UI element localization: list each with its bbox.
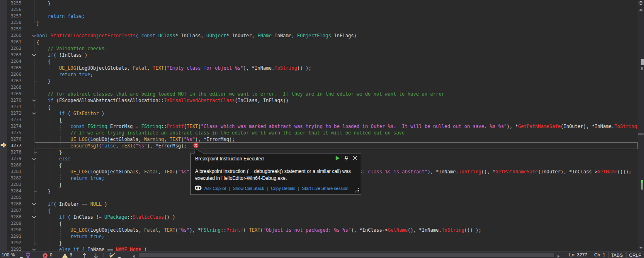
line-number[interactable]: 3281 [10, 168, 21, 175]
line-number[interactable]: 3273 [10, 117, 21, 123]
code-text[interactable]: { [36, 58, 51, 65]
code-line[interactable]: 3273 { [0, 117, 638, 123]
fold-chevron-icon[interactable] [32, 34, 36, 37]
code-line[interactable]: 3258} [0, 19, 638, 26]
warning-count[interactable]: 3 [70, 252, 72, 258]
zoom-caret-icon[interactable] [20, 254, 23, 258]
horizontal-scrollbar-thumb[interactable] [139, 253, 554, 257]
code-area[interactable]: 3255 }32563257 return false;3258}3259326… [0, 0, 638, 251]
line-number[interactable]: 3282 [10, 175, 21, 181]
code-text[interactable]: return true; [36, 175, 104, 181]
code-line[interactable]: 3289 { [0, 220, 638, 227]
line-number[interactable]: 3287 [10, 207, 21, 214]
code-text[interactable]: } [36, 149, 62, 156]
code-text[interactable]: } [36, 78, 51, 84]
close-icon[interactable] [353, 156, 357, 161]
vertical-scrollbar[interactable] [638, 0, 644, 251]
code-text[interactable]: return false; [36, 13, 85, 19]
code-line[interactable]: 3257 return false; [0, 13, 638, 19]
code-line[interactable]: 3275 // if we are trying instantiate an … [0, 130, 638, 136]
code-text[interactable]: bool StaticAllocateObjectErrorTests( con… [36, 32, 357, 39]
code-line[interactable]: 3292 } [0, 240, 638, 246]
pin-icon[interactable] [344, 156, 349, 161]
fold-chevron-icon[interactable] [32, 216, 36, 219]
line-number[interactable]: 3286 [10, 201, 21, 207]
line-number[interactable]: 3258 [10, 19, 21, 26]
line-number[interactable]: 3293 [10, 246, 21, 251]
code-line[interactable]: 3270 if (FScopedAllowAbstractClassAlloca… [0, 97, 638, 104]
line-number[interactable]: 3255 [10, 0, 21, 6]
code-text[interactable]: } [36, 19, 39, 26]
line-number[interactable]: 3272 [10, 110, 21, 117]
line-number[interactable]: 3266 [10, 71, 21, 78]
popup-action-show-call-stack[interactable]: Show Call Stack [233, 186, 264, 191]
inline-error-icon[interactable] [193, 143, 199, 148]
scroll-left-arrow[interactable] [132, 253, 135, 258]
line-number[interactable]: 3264 [10, 58, 21, 65]
popup-action-start-live-share-session[interactable]: Start Live Share session [302, 186, 349, 191]
line-number[interactable]: 3291 [10, 233, 21, 240]
code-line[interactable]: 3265 UE_LOG(LogUObjectGlobals, Fatal, TE… [0, 65, 638, 71]
error-count[interactable]: 0 [50, 252, 52, 258]
code-line[interactable]: 3272 if ( GIsEditor ) [0, 110, 638, 117]
fold-chevron-icon[interactable] [32, 99, 36, 102]
line-number[interactable]: 3288 [10, 214, 21, 220]
editor-split-handle[interactable] [638, 0, 644, 6]
code-line[interactable]: 3261{ [0, 39, 638, 45]
line-number[interactable]: 3271 [10, 104, 21, 110]
line-number[interactable]: 3285 [10, 194, 21, 201]
line-number[interactable]: 3277 [10, 143, 21, 149]
code-text[interactable]: // if we are trying instantiate an abstr… [36, 130, 405, 136]
line-number[interactable]: 3269 [10, 91, 21, 97]
code-line[interactable]: 3263 if( !InClass ) [0, 52, 638, 58]
previous-issue-icon[interactable] [82, 252, 87, 258]
zoom-control[interactable]: 100 % [2, 252, 15, 258]
code-text[interactable]: if ( InClass != UPackage::StaticClass() … [36, 214, 175, 220]
line-number[interactable]: 3275 [10, 130, 21, 136]
fold-chevron-icon[interactable] [32, 203, 36, 206]
code-line[interactable]: 3266 return true; [0, 71, 638, 78]
scrollbar-thumb[interactable] [638, 133, 644, 135]
code-text[interactable]: return true; [36, 71, 93, 78]
code-text[interactable]: // Validation checks. [36, 45, 107, 52]
code-line[interactable]: 3256 [0, 6, 638, 13]
code-line[interactable]: 3260bool StaticAllocateObjectErrorTests(… [0, 32, 638, 39]
fold-chevron-icon[interactable] [32, 158, 36, 160]
line-number[interactable]: 3276 [10, 136, 21, 143]
line-ending-indicator[interactable]: CRLF [626, 252, 644, 258]
code-text[interactable]: } [36, 0, 51, 6]
line-number[interactable]: 3279 [10, 156, 21, 162]
line-number[interactable]: 3257 [10, 13, 21, 19]
code-text[interactable]: UE_LOG(LogUObjectGlobals, Fatal, TEXT("%… [36, 227, 481, 233]
line-number[interactable]: 3280 [10, 162, 21, 168]
fold-chevron-icon[interactable] [32, 54, 36, 57]
code-text[interactable]: } [36, 188, 51, 194]
code-line[interactable]: 3276 UE_LOG(LogUObjectGlobals, Warning, … [0, 136, 638, 143]
code-text[interactable]: const FString ErrorMsg = FString::Printf… [36, 123, 638, 130]
code-text[interactable]: { [36, 104, 51, 110]
code-text[interactable]: if( InOuter == NULL ) [36, 201, 107, 207]
indent-mode-indicator[interactable]: TABS [608, 252, 625, 258]
line-number[interactable]: 3260 [10, 32, 21, 39]
code-line[interactable]: 3288 if ( InClass != UPackage::StaticCla… [0, 214, 638, 220]
code-text[interactable]: } [36, 240, 62, 246]
warning-count-icon[interactable] [62, 252, 68, 258]
code-line[interactable]: 3267 } [0, 78, 638, 84]
line-number[interactable]: 3261 [10, 39, 21, 45]
continue-execution-icon[interactable] [335, 156, 340, 161]
column-indicator[interactable]: Ch: 1 [594, 252, 606, 258]
code-line[interactable]: 3274 const FString ErrorMsg = FString::P… [0, 123, 638, 130]
horizontal-scrollbar[interactable] [138, 253, 555, 257]
line-number[interactable]: 3262 [10, 45, 21, 52]
code-line[interactable]: 3285 [0, 194, 638, 201]
scroll-right-arrow[interactable] [557, 253, 560, 258]
code-text[interactable]: { [36, 162, 62, 168]
line-number[interactable]: 3289 [10, 220, 21, 227]
popup-action-copy-details[interactable]: Copy Details [271, 186, 295, 191]
code-line[interactable]: 3269 // for abstract classes that are be… [0, 91, 638, 97]
code-line[interactable]: 3293 else if ( InName == NAME_None ) [0, 246, 638, 251]
line-number[interactable]: 3265 [10, 65, 21, 71]
fold-chevron-icon[interactable] [32, 112, 36, 115]
code-cleanup-icon[interactable] [108, 252, 116, 258]
code-line[interactable]: 3255 } [0, 0, 638, 6]
